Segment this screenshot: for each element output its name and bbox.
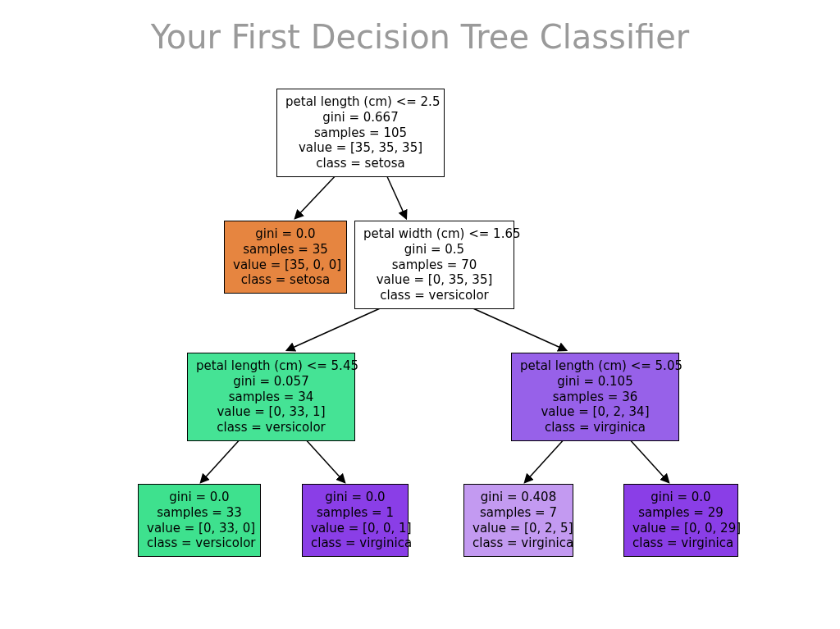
node-samples: samples = 29 [632,505,729,521]
node-samples: samples = 33 [147,505,252,521]
node-gini: gini = 0.0 [147,490,252,505]
tree-node-root: petal length (cm) <= 2.5 gini = 0.667 sa… [276,89,445,177]
svg-line-1 [386,173,406,218]
node-class: class = setosa [285,156,436,171]
svg-line-6 [525,437,566,482]
node-samples: samples = 36 [520,390,670,405]
tree-node-leaf-virginica-1: gini = 0.0 samples = 1 value = [0, 0, 1]… [302,484,409,557]
svg-line-2 [287,306,386,350]
node-class: class = versicolor [147,536,252,551]
node-value: value = [35, 0, 0] [233,258,338,273]
node-samples: samples = 105 [285,125,436,141]
tree-node-leaf-virginica-2: gini = 0.408 samples = 7 value = [0, 2, … [463,484,573,557]
svg-line-7 [628,437,669,482]
tree-node-petal-width: petal width (cm) <= 1.65 gini = 0.5 samp… [354,221,514,309]
node-samples: samples = 35 [233,242,338,258]
node-gini: gini = 0.0 [632,490,729,505]
node-value: value = [35, 35, 35] [285,140,436,156]
node-value: value = [0, 33, 0] [147,521,252,536]
node-class: class = virginica [632,536,729,551]
node-condition: petal width (cm) <= 1.65 [363,226,505,242]
diagram-title: Your First Decision Tree Classifier [0,18,840,56]
node-value: value = [0, 2, 5] [472,521,564,536]
node-class: class = virginica [520,420,670,435]
svg-line-5 [304,437,345,482]
tree-node-versicolor-split: petal length (cm) <= 5.45 gini = 0.057 s… [187,353,355,441]
tree-node-setosa-leaf: gini = 0.0 samples = 35 value = [35, 0, … [224,221,347,294]
node-gini: gini = 0.5 [363,242,505,258]
svg-line-0 [295,173,338,218]
node-condition: petal length (cm) <= 5.45 [196,358,346,374]
node-value: value = [0, 0, 1] [311,521,399,536]
tree-node-leaf-virginica-3: gini = 0.0 samples = 29 value = [0, 0, 2… [623,484,738,557]
node-samples: samples = 70 [363,258,505,273]
node-value: value = [0, 0, 29] [632,521,729,536]
node-value: value = [0, 2, 34] [520,404,670,420]
tree-node-leaf-versicolor: gini = 0.0 samples = 33 value = [0, 33, … [138,484,261,557]
node-class: class = versicolor [196,420,346,435]
node-class: class = versicolor [363,288,505,303]
node-gini: gini = 0.408 [472,490,564,505]
node-gini: gini = 0.105 [520,374,670,390]
node-samples: samples = 34 [196,390,346,405]
node-class: class = virginica [472,536,564,551]
node-gini: gini = 0.667 [285,110,436,125]
node-samples: samples = 1 [311,505,399,521]
node-value: value = [0, 35, 35] [363,272,505,288]
svg-line-3 [468,306,566,350]
node-gini: gini = 0.0 [311,490,399,505]
node-condition: petal length (cm) <= 5.05 [520,358,670,374]
node-samples: samples = 7 [472,505,564,521]
node-gini: gini = 0.0 [233,226,338,242]
node-value: value = [0, 33, 1] [196,404,346,420]
node-class: class = setosa [233,272,338,288]
svg-line-4 [201,437,242,482]
tree-node-virginica-split: petal length (cm) <= 5.05 gini = 0.105 s… [511,353,679,441]
node-gini: gini = 0.057 [196,374,346,390]
node-condition: petal length (cm) <= 2.5 [285,94,436,110]
node-class: class = virginica [311,536,399,551]
